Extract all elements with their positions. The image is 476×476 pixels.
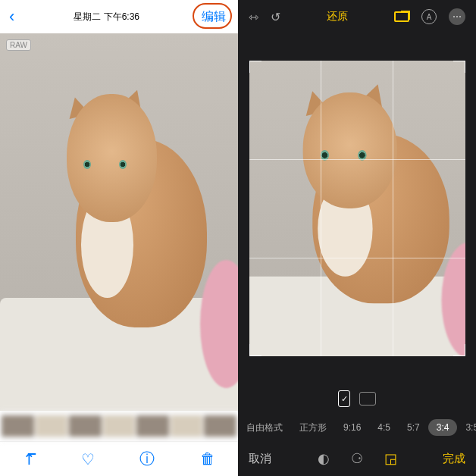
crop-tool-icon[interactable]: ◲ xyxy=(384,450,397,467)
timestamp-text: 星期二 下午6:36 xyxy=(74,11,139,23)
crop-handle-bl[interactable] xyxy=(249,344,261,356)
trash-icon[interactable]: 🗑 xyxy=(200,450,215,468)
editor-bottom-bar: 取消 ◐ ⚆ ◲ 完成 xyxy=(238,441,476,476)
thumbnail-strip[interactable] xyxy=(0,411,238,441)
done-button[interactable]: 完成 xyxy=(443,452,465,466)
photo-timestamp: 星期二 下午6:36 xyxy=(17,11,196,23)
info-icon[interactable]: ⓘ xyxy=(139,449,155,469)
grid-line xyxy=(249,258,465,258)
rotate-icon[interactable]: ↺ xyxy=(271,10,280,24)
ratio-option[interactable]: 自由格式 xyxy=(238,418,291,437)
flip-icon[interactable]: ⇿ xyxy=(249,10,258,24)
viewer-toolbar: ↑̅ ♡ ⓘ 🗑 xyxy=(0,441,238,476)
ratio-option[interactable]: 正方形 xyxy=(291,418,335,437)
photo-editor-pane: ⇿ ↺ 还原 A ⋯ xyxy=(238,0,476,476)
orientation-portrait[interactable]: ✓ xyxy=(338,390,350,407)
edit-button-label: 编辑 xyxy=(202,10,226,23)
more-icon[interactable]: ⋯ xyxy=(449,8,465,25)
adjust-icon[interactable]: ◐ xyxy=(318,450,330,467)
filters-icon[interactable]: ⚆ xyxy=(351,450,363,467)
photo-canvas[interactable] xyxy=(0,33,238,411)
ratio-option[interactable]: 3:4 xyxy=(428,419,458,436)
edit-button[interactable]: 编辑 xyxy=(196,8,232,27)
crop-handle-br[interactable] xyxy=(453,344,465,356)
orientation-landscape[interactable] xyxy=(359,392,376,406)
photo-content-edit xyxy=(249,61,465,356)
ratio-option[interactable]: 5:7 xyxy=(399,419,428,436)
crop-canvas[interactable] xyxy=(238,33,476,384)
orientation-selector: ✓ xyxy=(238,384,476,414)
reset-button[interactable]: 还原 xyxy=(327,10,348,23)
raw-badge: RAW xyxy=(6,39,31,51)
crop-frame[interactable] xyxy=(249,61,465,356)
ratio-option[interactable]: 3:5 xyxy=(457,419,476,436)
photo-content xyxy=(0,33,238,411)
cancel-button[interactable]: 取消 xyxy=(249,452,271,466)
crop-handle-tr[interactable] xyxy=(453,61,465,73)
crop-handle-tl[interactable] xyxy=(249,61,261,73)
aspect-ratio-icon[interactable] xyxy=(394,11,409,22)
markup-icon[interactable]: A xyxy=(421,9,437,24)
check-icon: ✓ xyxy=(341,394,348,404)
aspect-ratio-selector[interactable]: 自由格式正方形9:164:55:73:43:52:3 xyxy=(238,414,476,441)
grid-line xyxy=(393,61,393,356)
ratio-option[interactable]: 9:16 xyxy=(335,419,369,436)
back-button[interactable]: ‹ xyxy=(6,7,17,27)
viewer-top-bar: ‹ 星期二 下午6:36 编辑 xyxy=(0,0,238,33)
grid-line xyxy=(321,61,321,356)
ratio-option[interactable]: 4:5 xyxy=(369,419,399,436)
photo-viewer-pane: ‹ 星期二 下午6:36 编辑 RAW ↑̅ ♡ ⓘ xyxy=(0,0,238,476)
editor-top-bar: ⇿ ↺ 还原 A ⋯ xyxy=(238,0,476,33)
share-icon[interactable]: ↑̅ xyxy=(23,450,36,468)
favorite-icon[interactable]: ♡ xyxy=(81,450,95,468)
grid-line xyxy=(249,159,465,160)
